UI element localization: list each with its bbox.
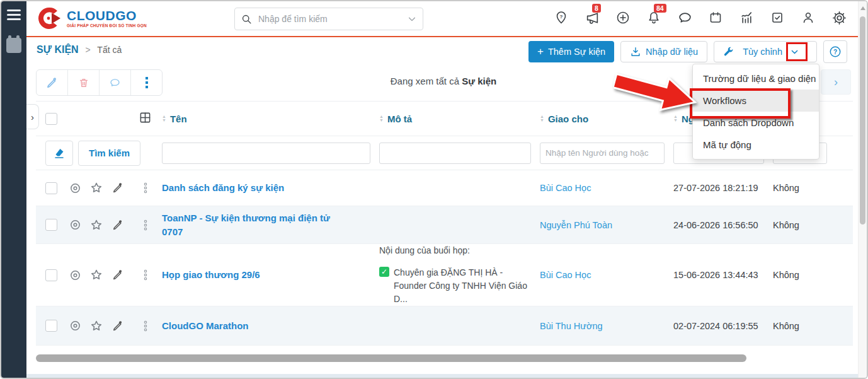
hamburger-menu-icon[interactable] [7, 9, 21, 23]
sort-icon[interactable]: ▲▼ [162, 115, 166, 122]
table-row[interactable]: Danh sách đăng ký sự kiện Bùi Cao Học 27… [36, 170, 853, 206]
sort-icon[interactable]: ▲▼ [379, 115, 384, 122]
clear-filters-button[interactable] [45, 141, 73, 166]
preview-button[interactable] [64, 269, 86, 281]
eye-icon [69, 269, 81, 281]
table-row[interactable]: Họp giao thương 29/6 Nội dung của buổi h… [36, 244, 853, 306]
calendar-icon[interactable] [708, 10, 723, 25]
edit-button[interactable] [107, 219, 128, 231]
row-checkbox[interactable] [45, 269, 57, 281]
filter-search-button[interactable]: Tìm kiếm [78, 141, 140, 166]
breadcrumb-module[interactable]: SỰ KIỆN [37, 44, 79, 55]
favorite-button[interactable] [86, 219, 107, 231]
eraser-icon [53, 147, 66, 160]
vertical-dots-icon [144, 182, 147, 194]
row-checkbox[interactable] [45, 182, 57, 194]
vertical-scroll-thumb[interactable] [860, 16, 865, 224]
menu-item-fields-layout[interactable]: Trường dữ liệu & giao diện [693, 67, 819, 90]
row-more-button[interactable] [128, 219, 162, 231]
table-row[interactable]: ToanNP - Sự kiện thương mại điện tử 0707… [36, 206, 853, 244]
pencil-icon [112, 269, 123, 281]
edit-button[interactable] [107, 182, 128, 194]
column-header-description[interactable]: ▲▼Mô tả [379, 114, 540, 124]
user-profile-icon[interactable] [801, 10, 816, 25]
pencil-icon [112, 182, 123, 194]
preview-button[interactable] [64, 320, 86, 332]
reports-chart-icon[interactable] [739, 10, 754, 25]
sort-icon[interactable]: ▲▼ [540, 115, 544, 122]
scroll-up-arrow[interactable] [860, 6, 865, 10]
vertical-dots-icon [144, 219, 147, 231]
star-icon [90, 182, 103, 194]
assigned-user-link[interactable]: Bùi Cao Học [540, 270, 673, 280]
event-name-link[interactable]: CloudGO Marathon [162, 319, 379, 333]
add-event-button[interactable]: + Thêm Sự kiện [528, 41, 614, 62]
menu-item-auto-number[interactable]: Mã tự động [693, 134, 819, 156]
breadcrumb-separator: > [86, 45, 91, 55]
favorite-button[interactable] [86, 182, 107, 194]
edit-button[interactable] [107, 320, 128, 332]
settings-gear-icon[interactable] [831, 10, 847, 25]
logo[interactable]: CLOUDGO GIẢI PHÁP CHUYỂN ĐỔI SỐ TINH GỌN [37, 6, 147, 31]
customize-chevron-annotation-box [786, 42, 808, 61]
notifications-bell-icon[interactable]: 84 [646, 10, 661, 25]
horizontal-scroll-thumb[interactable] [36, 354, 746, 362]
checkin-location-icon[interactable]: ? [554, 10, 569, 25]
tasks-check-icon[interactable] [770, 10, 785, 25]
top-bar: CLOUDGO GIẢI PHÁP CHUYỂN ĐỔI SỐ TINH GỌN… [26, 1, 867, 37]
global-search[interactable] [234, 8, 423, 30]
filter-input-description[interactable] [379, 143, 531, 164]
star-icon [90, 219, 103, 231]
window-bottom-edge [26, 374, 867, 378]
row-checkbox[interactable] [45, 320, 57, 332]
vertical-scrollbar[interactable] [858, 1, 867, 378]
favorite-button[interactable] [86, 320, 107, 332]
select-all-checkbox[interactable] [45, 113, 57, 125]
import-data-button[interactable]: Nhập dữ liệu [620, 41, 707, 62]
assigned-user-link[interactable]: Nguyễn Phú Toàn [540, 220, 673, 230]
pencil-icon [112, 219, 123, 231]
column-header-name[interactable]: ▲▼Tên [162, 114, 379, 124]
assigned-user-link[interactable]: Bùi Cao Học [540, 183, 673, 193]
chevron-down-icon[interactable] [791, 48, 799, 56]
calendar-module-icon[interactable] [6, 38, 21, 53]
announcements-icon[interactable]: 8 [585, 10, 600, 25]
quick-create-icon[interactable] [615, 10, 631, 25]
description-line: Chuyên gia ĐẶNG THỊ HÀ - Founder Công ty… [394, 266, 532, 306]
preview-button[interactable] [64, 182, 86, 194]
help-icon: ? [829, 45, 842, 58]
svg-text:?: ? [560, 14, 563, 20]
search-input[interactable] [257, 13, 403, 25]
preview-button[interactable] [64, 219, 86, 231]
green-check-icon: ✓ [379, 267, 389, 277]
next-page-button[interactable]: › [821, 69, 851, 95]
event-description: Nội dung của buổi họp: ✓ Chuyên gia ĐẶNG… [379, 244, 540, 306]
created-date: 15-06-2026 13:44:43 [673, 270, 773, 280]
column-settings-button[interactable] [139, 112, 151, 126]
favorite-button[interactable] [86, 269, 107, 281]
vertical-dots-icon [144, 320, 147, 332]
sidebar-expand-tab[interactable]: › [26, 104, 39, 129]
event-name-link[interactable]: ToanNP - Sự kiện thương mại điện tử 0707 [162, 211, 379, 239]
add-event-label: Thêm Sự kiện [548, 47, 605, 57]
wrench-icon [723, 47, 734, 57]
event-name-link[interactable]: Danh sách đăng ký sự kiện [162, 181, 379, 195]
row-checkbox[interactable] [45, 219, 57, 231]
edit-button[interactable] [107, 269, 128, 281]
row-more-button[interactable] [128, 269, 162, 281]
description-line: Nội dung của buổi họp: [379, 244, 532, 257]
flag-value: Không [773, 270, 853, 280]
chevron-down-icon[interactable] [408, 15, 416, 23]
created-date: 27-07-2026 18:21:19 [673, 183, 773, 193]
row-more-button[interactable] [128, 182, 162, 194]
customize-button[interactable]: Tùy chỉnh [714, 41, 817, 62]
help-button[interactable]: ? [823, 40, 847, 63]
assigned-user-link[interactable]: Bùi Thu Hường [540, 321, 673, 331]
filter-input-assigned[interactable] [540, 143, 665, 164]
filter-input-name[interactable] [162, 143, 370, 164]
chat-icon[interactable] [677, 10, 692, 25]
event-name-link[interactable]: Họp giao thương 29/6 [162, 268, 379, 282]
svg-text:?: ? [833, 49, 837, 55]
table-row[interactable]: CloudGO Marathon Bùi Thu Hường 02-07-202… [36, 306, 853, 346]
row-more-button[interactable] [128, 320, 162, 332]
